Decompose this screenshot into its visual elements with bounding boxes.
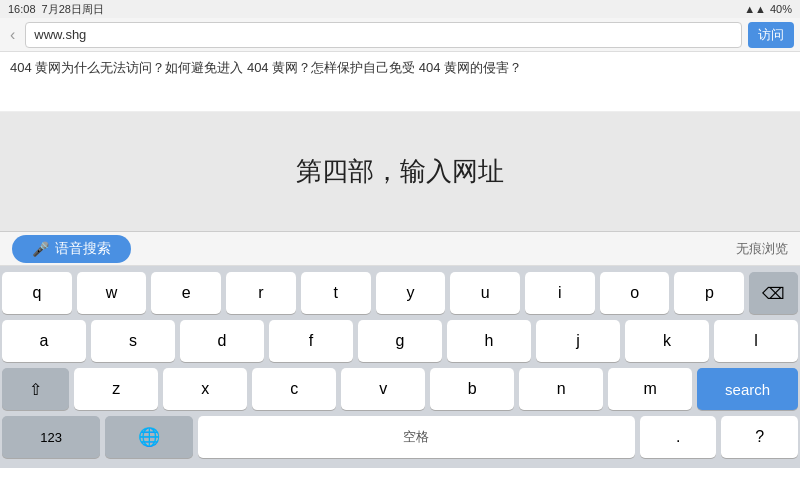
key-h[interactable]: h bbox=[447, 320, 531, 362]
key-l[interactable]: l bbox=[714, 320, 798, 362]
status-left: 16:08 7月28日周日 bbox=[8, 2, 104, 17]
url-input[interactable] bbox=[25, 22, 742, 48]
numbers-key[interactable]: 123 bbox=[2, 416, 100, 458]
key-d[interactable]: d bbox=[180, 320, 264, 362]
keyboard-row-1: q w e r t y u i o p ⌫ bbox=[2, 272, 798, 314]
key-a[interactable]: a bbox=[2, 320, 86, 362]
keyboard-row-3: ⇧ z x c v b n m search bbox=[2, 368, 798, 410]
web-content-area: 404 黄网为什么无法访问？如何避免进入 404 黄网？怎样保护自己免受 404… bbox=[0, 52, 800, 112]
key-s[interactable]: s bbox=[91, 320, 175, 362]
shift-key[interactable]: ⇧ bbox=[2, 368, 69, 410]
status-right: ▲▲ 40% bbox=[744, 3, 792, 15]
keyboard-row-4: 123 🌐 空格 . ? bbox=[2, 416, 798, 458]
key-b[interactable]: b bbox=[430, 368, 514, 410]
period-key[interactable]: . bbox=[640, 416, 717, 458]
emoji-key[interactable]: 🌐 bbox=[105, 416, 192, 458]
question-key[interactable]: ? bbox=[721, 416, 798, 458]
page-title: 第四部，输入网址 bbox=[296, 154, 504, 189]
status-date: 7月28日周日 bbox=[42, 2, 104, 17]
voice-search-button[interactable]: 🎤 语音搜索 bbox=[12, 235, 131, 263]
key-x[interactable]: x bbox=[163, 368, 247, 410]
search-key[interactable]: search bbox=[697, 368, 798, 410]
page-main-area: 第四部，输入网址 bbox=[0, 112, 800, 232]
key-t[interactable]: t bbox=[301, 272, 371, 314]
backspace-key[interactable]: ⌫ bbox=[749, 272, 798, 314]
status-bar: 16:08 7月28日周日 ▲▲ 40% bbox=[0, 0, 800, 18]
key-j[interactable]: j bbox=[536, 320, 620, 362]
incognito-label: 无痕浏览 bbox=[736, 240, 788, 258]
keyboard-row-2: a s d f g h j k l bbox=[2, 320, 798, 362]
key-p[interactable]: p bbox=[674, 272, 744, 314]
article-title: 404 黄网为什么无法访问？如何避免进入 404 黄网？怎样保护自己免受 404… bbox=[10, 58, 790, 78]
back-button[interactable]: ‹ bbox=[6, 24, 19, 46]
space-key[interactable]: 空格 bbox=[198, 416, 635, 458]
key-g[interactable]: g bbox=[358, 320, 442, 362]
key-i[interactable]: i bbox=[525, 272, 595, 314]
signal-icon: ▲▲ bbox=[744, 3, 766, 15]
key-e[interactable]: e bbox=[151, 272, 221, 314]
status-time: 16:08 bbox=[8, 3, 36, 15]
browser-bar: ‹ 访问 bbox=[0, 18, 800, 52]
key-y[interactable]: y bbox=[376, 272, 446, 314]
key-o[interactable]: o bbox=[600, 272, 670, 314]
mic-icon: 🎤 bbox=[32, 241, 49, 257]
key-f[interactable]: f bbox=[269, 320, 353, 362]
key-w[interactable]: w bbox=[77, 272, 147, 314]
battery-indicator: 40% bbox=[770, 3, 792, 15]
key-r[interactable]: r bbox=[226, 272, 296, 314]
key-c[interactable]: c bbox=[252, 368, 336, 410]
key-z[interactable]: z bbox=[74, 368, 158, 410]
voice-search-label: 语音搜索 bbox=[55, 240, 111, 258]
visit-button[interactable]: 访问 bbox=[748, 22, 794, 48]
key-q[interactable]: q bbox=[2, 272, 72, 314]
keyboard: q w e r t y u i o p ⌫ a s d f g h j k l … bbox=[0, 266, 800, 468]
toolbar-row: 🎤 语音搜索 无痕浏览 bbox=[0, 232, 800, 266]
key-m[interactable]: m bbox=[608, 368, 692, 410]
key-k[interactable]: k bbox=[625, 320, 709, 362]
key-v[interactable]: v bbox=[341, 368, 425, 410]
key-n[interactable]: n bbox=[519, 368, 603, 410]
key-u[interactable]: u bbox=[450, 272, 520, 314]
